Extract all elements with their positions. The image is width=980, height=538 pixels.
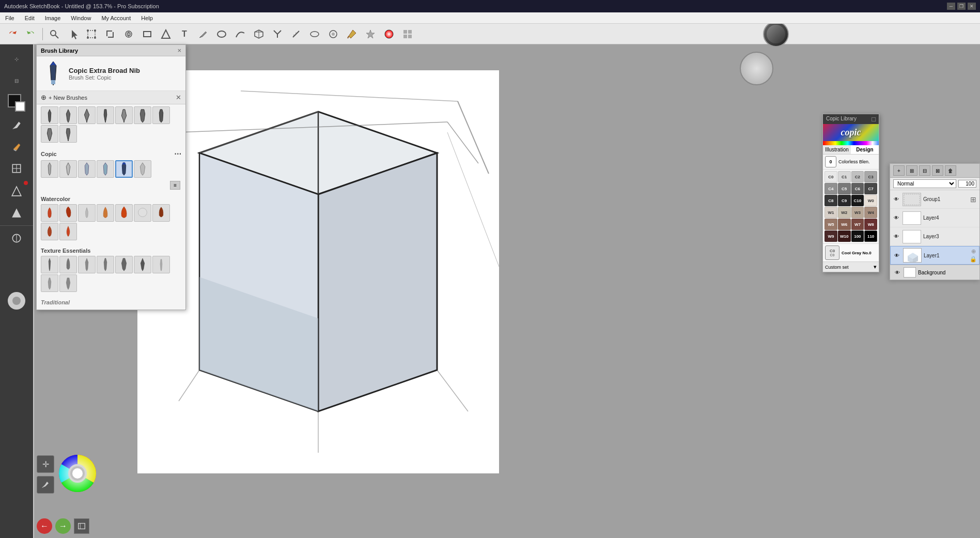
bottom-symmetry-btn[interactable]: ✛ [37, 455, 54, 473]
copic-library-close[interactable]: □ [872, 116, 876, 122]
color-fg-bg[interactable] [8, 94, 25, 112]
layer-visibility-layer3[interactable]: 👁 [892, 233, 900, 240]
brush-item[interactable] [97, 106, 114, 124]
brush-item[interactable] [152, 106, 170, 124]
action-nav-button[interactable] [74, 518, 89, 534]
symmetry-tool[interactable] [120, 26, 137, 42]
watercolor-brush-8[interactable] [41, 223, 58, 240]
left-tool-3[interactable] [5, 158, 28, 179]
copic-tab-design[interactable]: Design [851, 145, 879, 154]
redo-nav-button[interactable]: → [55, 518, 71, 534]
left-tool-eraser[interactable] [5, 136, 28, 157]
layer-visibility-layer4[interactable]: 👁 [892, 214, 900, 222]
menu-help[interactable]: Help [139, 14, 155, 22]
curve-tool[interactable] [232, 26, 248, 42]
copic-cell-C8[interactable]: C8 [825, 195, 837, 206]
copic-cell-100[interactable]: 100 [851, 230, 864, 242]
brush-library-close[interactable]: × [177, 47, 181, 54]
menu-file[interactable]: File [3, 14, 17, 22]
redo-button[interactable] [23, 26, 39, 42]
layer-item-group1[interactable]: 👁 Group1 ⊞ [890, 190, 979, 209]
copic-brush-5-selected[interactable] [115, 160, 133, 178]
copic-cell-C9[interactable]: C9 [838, 195, 851, 206]
add-layer-button[interactable]: + [893, 165, 905, 176]
layer-blend-button[interactable]: ⊕ [970, 248, 977, 255]
copic-tab-illustration[interactable]: Illustration [823, 145, 851, 154]
watercolor-brush-4[interactable] [97, 204, 114, 222]
copic-section-options[interactable]: ⋯ [174, 150, 181, 158]
layer-item-layer4[interactable]: 👁 Layer4 [890, 209, 979, 227]
blend-mode-select[interactable]: Normal [893, 179, 956, 188]
copic-custom-set-dropdown[interactable]: ▾ [874, 264, 877, 270]
copic-brush-3[interactable] [78, 160, 96, 178]
group-layers-button[interactable]: ⊟ [919, 165, 930, 176]
layer-item-layer1[interactable]: 👁 Layer1 ⊕ 🔒 [890, 246, 979, 265]
copic-cell-W10[interactable]: W10 [838, 230, 851, 242]
copic-cell-W1[interactable]: W1 [825, 207, 837, 218]
brush-item[interactable] [134, 106, 151, 124]
copic-brush-4[interactable] [97, 160, 114, 178]
brush-library-button[interactable] [399, 26, 416, 42]
copic-cell-C7[interactable]: C7 [864, 183, 877, 194]
layer-visibility-background[interactable]: 👁 [893, 269, 901, 276]
watercolor-brush-9[interactable] [59, 223, 77, 240]
copic-cell-C5[interactable]: C5 [838, 183, 851, 194]
copic-brush-1[interactable] [41, 160, 58, 178]
copic-cell-C3[interactable]: C3 [864, 171, 877, 182]
color-wheel-container[interactable] [57, 453, 98, 496]
eraser-tool[interactable] [306, 26, 323, 42]
left-tool-5[interactable] [5, 203, 28, 223]
copic-cell-W2[interactable]: W2 [838, 207, 851, 218]
copic-cell-W0[interactable]: W0 [864, 195, 877, 206]
menu-myaccount[interactable]: My Account [99, 14, 133, 22]
layer-lock-button[interactable]: 🔒 [970, 256, 977, 263]
copic-cell-C2[interactable]: C2 [851, 171, 864, 182]
copic-cell-W8[interactable]: W8 [864, 219, 877, 230]
texture-brush-5[interactable] [115, 256, 133, 273]
brush-item[interactable] [59, 125, 77, 143]
watercolor-brush-2[interactable] [59, 204, 77, 222]
select-tool[interactable] [65, 26, 81, 42]
rectangle-tool[interactable] [139, 26, 155, 42]
pencil-tool[interactable] [195, 26, 211, 42]
texture-brush-6[interactable] [134, 256, 151, 273]
copic-cell-110[interactable]: 110 [864, 230, 877, 242]
layer-options-group1[interactable]: ⊞ [969, 195, 977, 204]
texture-brush-1[interactable] [41, 256, 58, 273]
layer-visibility-group1[interactable]: 👁 [892, 196, 900, 203]
merge-layers-button[interactable]: ⊠ [932, 165, 943, 176]
text-tool[interactable]: T [176, 26, 193, 42]
clone-stamp-tool[interactable] [325, 26, 341, 42]
shape-tool[interactable] [158, 26, 174, 42]
brush-item[interactable] [78, 106, 96, 124]
color-pick-tool[interactable] [344, 26, 360, 42]
texture-brush-9[interactable] [59, 274, 77, 292]
zoom-tool[interactable] [46, 26, 63, 42]
texture-brush-7[interactable] [152, 256, 170, 273]
copic-cell-W7[interactable]: W7 [851, 219, 864, 230]
watercolor-brush-3[interactable] [78, 204, 96, 222]
left-tool-6[interactable] [5, 228, 28, 249]
color-wheel-button[interactable] [381, 26, 397, 42]
duplicate-layer-button[interactable]: ⊞ [906, 165, 917, 176]
layer-item-background[interactable]: 👁 Background [890, 265, 979, 280]
copic-cell-W3[interactable]: W3 [851, 207, 864, 218]
copic-cell-W4[interactable]: W4 [864, 207, 877, 218]
copic-cell-C0[interactable]: C0 [825, 171, 837, 182]
brush-item[interactable] [41, 106, 58, 124]
3d-tool[interactable] [251, 26, 267, 42]
undo-button[interactable] [4, 26, 21, 42]
copic-sort-btn[interactable]: ≡ [170, 181, 180, 190]
copic-colorless-blend[interactable]: 0 Colorless Blen. [823, 155, 879, 170]
copic-brush-6[interactable] [134, 160, 151, 178]
restore-button[interactable]: ❐ [957, 3, 966, 10]
brush-tools[interactable] [269, 26, 286, 42]
copic-marker-tool[interactable] [362, 26, 379, 42]
crop-tool[interactable] [102, 26, 118, 42]
delete-layer-button[interactable]: 🗑 [945, 165, 956, 176]
background-color[interactable] [15, 101, 25, 112]
copic-cell-W5[interactable]: W5 [825, 219, 837, 230]
left-tool-brush[interactable] [5, 115, 28, 135]
copic-cell-W9[interactable]: W9 [825, 230, 837, 242]
copic-cell-C6[interactable]: C6 [851, 183, 864, 194]
